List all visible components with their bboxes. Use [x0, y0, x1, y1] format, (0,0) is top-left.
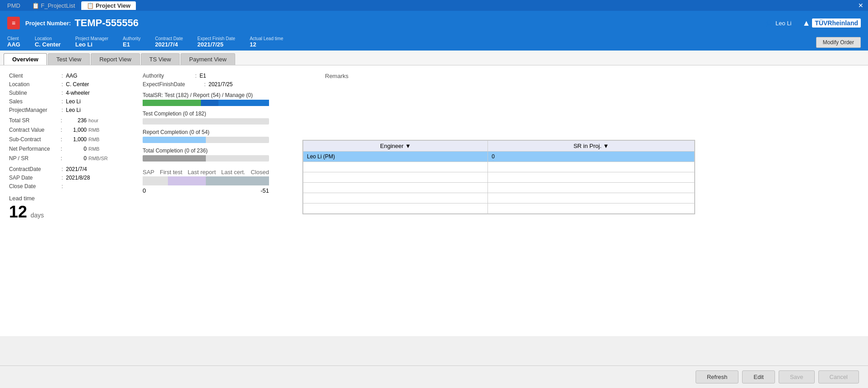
engineer-empty-row-4 — [303, 193, 695, 203]
contract-value-label: Contract Value — [9, 127, 59, 133]
field-expect-finish-mid: ExpectFinishDate : 2021/7/25 — [143, 81, 316, 88]
field-pm: ProjectManager : Leo Li — [9, 107, 135, 113]
sub-contract-label: Sub-Contract — [9, 136, 59, 143]
total-sr-segmented-bar — [143, 100, 269, 106]
stat-net-perf: Net Performance : 0 RMB — [9, 145, 135, 152]
contract-date-field-label: ContractDate — [9, 166, 59, 172]
expect-finish-value: 2021/7/25 — [197, 41, 235, 48]
main-content: Client : AAG Location : C. Center Sublin… — [0, 65, 868, 336]
engineer-empty-row-2 — [303, 172, 695, 183]
pm-label: Project Manager — [75, 36, 108, 41]
timeline-closed-label: Closed — [251, 169, 269, 176]
stat-contract-value: Contract Value : 1,000 RMB — [9, 126, 135, 133]
tab-pmd[interactable]: PMD — [2, 1, 26, 10]
field-client: Client : AAG — [9, 73, 135, 79]
np-sr-value: 0 — [64, 155, 87, 162]
brand-logo: ▲ TÜVRheinland — [803, 18, 861, 28]
timeline-last-report-label: Last report — [188, 169, 216, 176]
sr-proj-col-header[interactable]: SR in Proj. ▼ — [488, 141, 695, 152]
tab-ts-view[interactable]: TS View — [141, 53, 180, 65]
timeline-sap-label: SAP — [143, 169, 154, 176]
tab-test-view[interactable]: Test View — [48, 53, 90, 65]
engineer-table: Engineer ▼ SR in Proj. ▼ Leo Li (PM) 0 — [303, 140, 695, 214]
sub-header-location: Location C. Center — [35, 36, 61, 48]
engineer-col-sort-icon[interactable]: ▼ — [405, 143, 411, 149]
contract-value-unit: RMB — [88, 127, 99, 133]
location-label: Location — [35, 36, 61, 41]
total-sr-manage-segment — [218, 100, 269, 106]
lead-time-value: 12 — [9, 203, 27, 221]
brand-name: TÜVRheinland — [812, 18, 861, 28]
total-sr-label: Total SR — [9, 117, 59, 124]
total-completion-label: Total Completion (0 of 236) — [143, 148, 316, 154]
modify-order-button[interactable]: Modify Order — [816, 37, 861, 48]
field-sap-date: SAP Date : 2021/8/28 — [9, 175, 135, 181]
engineer-col-header[interactable]: Engineer ▼ — [303, 141, 488, 152]
expect-finish-mid-value: 2021/7/25 — [209, 81, 232, 88]
report-completion-bar — [143, 137, 269, 143]
timeline-seg-4 — [237, 176, 269, 185]
contract-date-field-value: 2021/7/4 — [66, 166, 87, 172]
edit-button[interactable]: Edit — [742, 370, 775, 383]
refresh-button[interactable]: Refresh — [696, 370, 739, 383]
contract-date-value: 2021/7/4 — [155, 41, 183, 48]
bottom-bar: Refresh Edit Save Cancel — [0, 365, 868, 388]
tab-project-list-label: F_ProjectList — [41, 2, 75, 9]
sub-header-pm: Project Manager Leo Li — [75, 36, 108, 48]
save-button[interactable]: Save — [779, 370, 815, 383]
tab-payment-view[interactable]: Payment View — [181, 53, 235, 65]
lead-time-unit: days — [31, 212, 44, 219]
sub-contract-value: 1,000 — [64, 136, 87, 143]
engineer-table-row[interactable]: Leo Li (PM) 0 — [303, 152, 695, 162]
timeline-seg-2 — [168, 176, 206, 185]
tab-report-view[interactable]: Report View — [91, 53, 140, 65]
user-name: Leo Li — [775, 20, 791, 27]
stat-sub-contract: Sub-Contract : 1,000 RMB — [9, 136, 135, 143]
sap-date-field-label: SAP Date — [9, 175, 59, 181]
sap-date-field-value: 2021/8/28 — [66, 175, 90, 181]
tab-pmd-label: PMD — [7, 2, 20, 9]
field-subline: Subline : 4-wheeler — [9, 90, 135, 96]
pm-field-value: Leo Li — [66, 107, 81, 113]
actual-lead-value: 12 — [250, 41, 283, 48]
timeline-num-left: 0 — [143, 187, 146, 194]
total-sr-report-segment — [201, 100, 218, 106]
window-close-button[interactable]: ✕ — [855, 2, 866, 9]
sub-header-authority: Authority E1 — [123, 36, 140, 48]
pm-field-label: ProjectManager — [9, 107, 59, 113]
sales-field-value: Leo Li — [66, 98, 81, 105]
tab-project-view[interactable]: 📋 Project View — [81, 1, 136, 10]
app-header: ≡ Project Number: TEMP-555556 👤 Leo Li ▲… — [0, 11, 868, 35]
stat-total-sr: Total SR : 236 hour — [9, 117, 135, 124]
sr-value-cell: 0 — [488, 152, 695, 162]
total-sr-test-segment — [143, 100, 201, 106]
report-completion-label: Report Completion (0 of 54) — [143, 129, 316, 135]
location-field-label: Location — [9, 81, 59, 88]
header-title: Project Number: TEMP-555556 — [25, 17, 139, 29]
test-completion-bar — [143, 118, 269, 125]
engineer-name-cell: Leo Li (PM) — [303, 152, 488, 162]
authority-mid-label: Authority — [143, 73, 192, 79]
user-icon: 👤 — [766, 20, 773, 27]
timeline-num-right: -51 — [260, 187, 269, 194]
pm-value: Leo Li — [75, 41, 108, 48]
np-sr-label: NP / SR — [9, 155, 59, 162]
sub-header: Client AAG Location C. Center Project Ma… — [0, 35, 868, 51]
tab-project-list[interactable]: 📋 F_ProjectList — [27, 1, 81, 10]
location-field-value: C. Center — [66, 81, 89, 88]
test-completion-label: Test Completion (0 of 182) — [143, 111, 316, 117]
tab-overview[interactable]: Overview — [4, 53, 47, 65]
client-value: AAG — [7, 41, 20, 48]
total-completion-fill — [143, 155, 206, 162]
report-completion-fill — [143, 137, 206, 143]
authority-mid-value: E1 — [200, 73, 206, 79]
engineer-empty-row-3 — [303, 183, 695, 193]
remarks-label: Remarks — [325, 73, 348, 79]
engineer-table-container: Engineer ▼ SR in Proj. ▼ Leo Li (PM) 0 — [302, 140, 695, 214]
sr-proj-col-sort-icon[interactable]: ▼ — [603, 143, 609, 149]
cancel-button[interactable]: Cancel — [818, 370, 859, 383]
field-close-date: Close Date : — [9, 183, 135, 189]
lead-time-label: Lead time — [9, 195, 135, 202]
contract-value-value: 1,000 — [64, 127, 87, 133]
engineer-empty-row-5 — [303, 203, 695, 214]
